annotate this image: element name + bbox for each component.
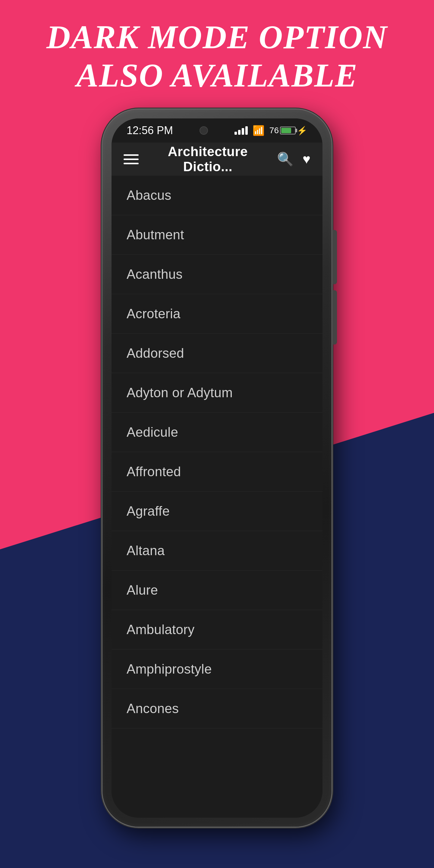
dict-term: Amphiprostyle: [127, 661, 212, 676]
status-time: 12:56 PM: [127, 124, 173, 137]
battery-percent: 76: [270, 126, 279, 135]
dict-term: Agraffe: [127, 504, 170, 518]
dict-term: Acanthus: [127, 267, 183, 281]
list-item[interactable]: Abutment: [112, 215, 322, 255]
phone-device: 12:56 PM 📶 76 ⚡: [102, 110, 332, 827]
battery-icon: [280, 127, 296, 134]
phone-wrapper: 12:56 PM 📶 76 ⚡: [0, 110, 434, 868]
signal-bars-icon: [235, 126, 248, 135]
dict-term: Affronted: [127, 464, 181, 479]
list-item[interactable]: Alure: [112, 570, 322, 610]
promo-header: DARK MODE OPTION ALSO AVAILABLE: [0, 0, 434, 110]
dict-term: Alure: [127, 583, 158, 597]
charging-icon: ⚡: [297, 126, 307, 135]
list-item[interactable]: Altana: [112, 531, 322, 570]
list-item[interactable]: Acanthus: [112, 255, 322, 294]
dict-term: Aedicule: [127, 425, 178, 439]
dict-term: Acroteria: [127, 306, 181, 321]
list-item[interactable]: Acroteria: [112, 294, 322, 334]
dict-term: Abutment: [127, 227, 184, 242]
search-icon[interactable]: 🔍: [277, 151, 293, 167]
promo-title: DARK MODE OPTION ALSO AVAILABLE: [12, 18, 422, 94]
list-item[interactable]: Affronted: [112, 452, 322, 492]
dict-term: Adyton or Adytum: [127, 385, 233, 400]
camera-dot: [199, 126, 208, 135]
battery-fill: [281, 128, 291, 133]
dict-term: Abacus: [127, 188, 172, 203]
list-item[interactable]: Adyton or Adytum: [112, 373, 322, 412]
wifi-icon: 📶: [253, 125, 265, 136]
list-item[interactable]: Abacus: [112, 176, 322, 215]
favorites-heart-icon[interactable]: ♥: [303, 152, 310, 167]
list-item[interactable]: Aedicule: [112, 412, 322, 452]
dict-term: Addorsed: [127, 346, 184, 361]
dict-term: Ambulatory: [127, 622, 195, 637]
dict-term: Altana: [127, 543, 165, 558]
hamburger-menu-button[interactable]: [124, 154, 138, 164]
dictionary-list: AbacusAbutmentAcanthusAcroteriaAddorsedA…: [112, 176, 322, 818]
phone-screen: 12:56 PM 📶 76 ⚡: [112, 119, 322, 818]
list-item[interactable]: Ancones: [112, 689, 322, 728]
app-toolbar: Architecture Dictio... 🔍 ♥: [112, 143, 322, 176]
list-item[interactable]: Agraffe: [112, 492, 322, 531]
list-item[interactable]: Amphiprostyle: [112, 650, 322, 689]
list-item[interactable]: Addorsed: [112, 334, 322, 373]
dict-term: Ancones: [127, 701, 179, 716]
status-bar: 12:56 PM 📶 76 ⚡: [112, 119, 322, 143]
battery-indicator: 76 ⚡: [270, 126, 307, 135]
list-item[interactable]: Ambulatory: [112, 610, 322, 650]
status-icons: 📶 76 ⚡: [235, 125, 307, 136]
app-title: Architecture Dictio...: [148, 144, 268, 174]
